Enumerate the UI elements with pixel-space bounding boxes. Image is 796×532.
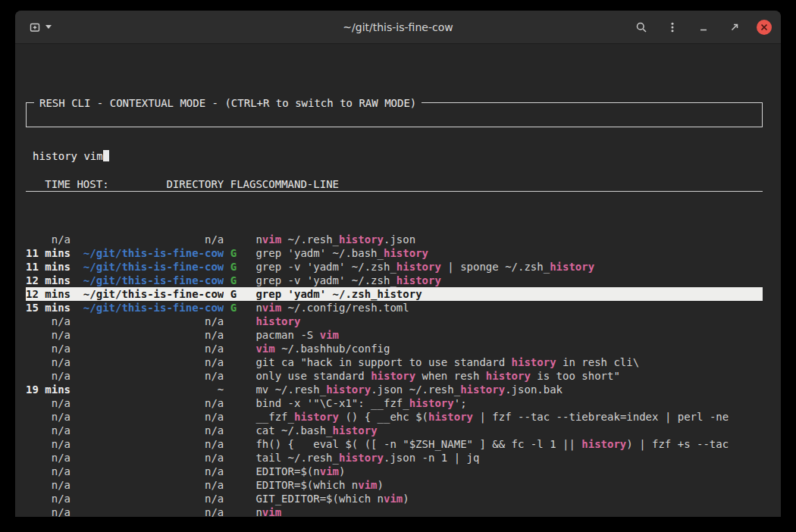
history-row[interactable]: 11 mins~/git/this-is-fine-cowGgrep 'yadm… — [26, 246, 763, 260]
history-row[interactable]: n/an/avim ~/.bashhub/config — [26, 342, 763, 355]
row-flags: G — [230, 301, 256, 315]
row-command: grep -v 'yadm' ~/.zsh_history — [255, 274, 763, 287]
row-command: nvim — [255, 505, 763, 517]
row-time: n/a — [26, 355, 71, 369]
history-row[interactable]: 11 mins~/git/this-is-fine-cowGgrep -v 'y… — [26, 260, 763, 274]
history-row[interactable]: n/an/aGIT_EDITOR=$(which nvim) — [26, 492, 763, 505]
row-time: n/a — [26, 315, 71, 328]
row-time: n/a — [26, 437, 71, 451]
spacer — [71, 260, 77, 274]
spacer — [224, 301, 230, 315]
command-text: grep -v 'yadm' ~/.zsh_ — [255, 261, 396, 273]
match-text: history — [550, 261, 594, 273]
match-text: history — [294, 411, 339, 423]
command-text: () { __ehc $( — [339, 411, 428, 423]
spacer — [71, 315, 77, 328]
history-row[interactable]: n/an/abind -x '"\C-x1": __fzf_history'; — [26, 396, 763, 410]
row-host: n/a — [77, 437, 224, 451]
terminal-window: ~/git/this-is-fine-cow — [15, 11, 781, 517]
search-box-title: RESH CLI - CONTEXTUAL MODE - (CTRL+R to … — [34, 96, 422, 110]
search-button[interactable] — [632, 17, 650, 37]
row-time: n/a — [26, 424, 71, 437]
command-text: ) — [403, 493, 409, 505]
spacer — [224, 465, 230, 478]
row-command: history — [255, 315, 763, 328]
terminal-screen[interactable]: RESH CLI - CONTEXTUAL MODE - (CTRL+R to … — [15, 44, 781, 517]
history-row[interactable]: n/an/ahistory — [26, 315, 763, 328]
command-text: is too short" — [531, 370, 620, 382]
row-command: __fzf_history () { __ehc $(history | fzf… — [255, 410, 763, 424]
command-text: ) — [339, 465, 345, 477]
command-text: ~/.config/resh.toml — [281, 302, 409, 314]
menu-button[interactable] — [663, 17, 682, 37]
history-row[interactable]: 19 mins~mv ~/.resh_history.json ~/.resh_… — [26, 383, 763, 396]
match-text: history — [460, 383, 505, 396]
spacer — [71, 233, 77, 246]
history-row[interactable]: n/an/atail ~/.resh_history.json -n 1 | j… — [26, 451, 763, 465]
row-time: n/a — [26, 233, 71, 246]
row-host: ~/git/this-is-fine-cow — [77, 260, 224, 274]
minimize-button[interactable] — [694, 17, 713, 37]
history-row[interactable]: n/an/aEDITOR=$(nvim) — [26, 465, 763, 478]
row-flags — [230, 328, 256, 342]
history-row[interactable]: n/an/a__fzf_history () { __ehc $(history… — [26, 410, 763, 424]
row-flags — [230, 424, 256, 437]
command-text: .json -n 1 | jq — [384, 452, 479, 464]
spacer — [71, 396, 77, 410]
row-host: n/a — [77, 465, 224, 478]
command-text: mv ~/.resh_ — [255, 383, 326, 396]
match-text: history — [428, 411, 473, 423]
row-time: n/a — [26, 369, 71, 383]
match-text: vim — [255, 343, 274, 355]
search-icon — [635, 21, 647, 33]
query-line[interactable]: history vim — [33, 149, 756, 163]
row-time: n/a — [26, 328, 71, 342]
match-text: history — [512, 356, 556, 368]
history-row-selected[interactable]: 12 mins~/git/this-is-fine-cowGgrep 'yadm… — [26, 287, 763, 301]
history-row[interactable]: n/an/aEDITOR=$(which nvim) — [26, 478, 763, 492]
row-host: n/a — [77, 505, 224, 517]
spacer — [71, 492, 77, 505]
command-text: n — [255, 506, 262, 517]
spacer — [224, 355, 230, 369]
spacer — [224, 274, 230, 287]
match-text: vim — [262, 506, 281, 517]
row-command: nvim ~/.resh_history.json — [255, 233, 763, 246]
row-time: n/a — [26, 492, 71, 505]
row-flags — [230, 396, 256, 410]
new-tab-button[interactable] — [24, 17, 52, 37]
row-host: n/a — [77, 315, 224, 328]
history-row[interactable]: n/an/afh() { eval $( ([ -n "$ZSH_NAME" ]… — [26, 437, 763, 451]
history-row[interactable]: 12 mins~/git/this-is-fine-cowGgrep -v 'y… — [26, 274, 763, 287]
history-row[interactable]: n/an/acat ~/.bash_history — [26, 424, 763, 437]
row-flags: G — [230, 246, 256, 260]
titlebar[interactable]: ~/git/this-is-fine-cow — [15, 11, 781, 44]
history-row[interactable]: n/an/anvim — [26, 505, 763, 517]
row-host: ~/git/this-is-fine-cow — [77, 301, 224, 315]
command-text: git ca "hack in support to use standard — [255, 356, 511, 368]
command-text: grep 'yadm' ~/.bash_ — [255, 247, 384, 259]
text-cursor — [103, 150, 109, 161]
spacer — [71, 437, 77, 451]
row-time: 11 mins — [26, 246, 71, 260]
history-row[interactable]: n/an/agit ca "hack in support to use sta… — [26, 355, 763, 369]
history-row[interactable]: n/an/anvim ~/.resh_history.json — [26, 233, 763, 246]
history-row[interactable]: n/an/apacman -S vim — [26, 328, 763, 342]
match-text: vim — [262, 233, 281, 246]
match-text: vim — [262, 302, 281, 314]
history-row[interactable]: n/an/aonly use standard history when res… — [26, 369, 763, 383]
history-list: n/an/anvim ~/.resh_history.json11 mins~/… — [26, 233, 763, 517]
match-text: history — [581, 438, 626, 450]
row-time: n/a — [26, 396, 71, 410]
row-command: bind -x '"\C-x1": __fzf_history'; — [255, 396, 763, 410]
row-flags — [230, 355, 256, 369]
kebab-menu-icon — [666, 21, 678, 33]
spacer — [224, 369, 230, 383]
match-text: vim — [320, 465, 339, 477]
command-text: .json — [384, 233, 415, 246]
row-flags — [230, 465, 256, 478]
restore-button[interactable] — [725, 17, 744, 37]
history-row[interactable]: 15 mins~/git/this-is-fine-cowGnvim ~/.co… — [26, 301, 763, 315]
close-button[interactable] — [757, 20, 772, 35]
row-host: n/a — [77, 478, 224, 492]
